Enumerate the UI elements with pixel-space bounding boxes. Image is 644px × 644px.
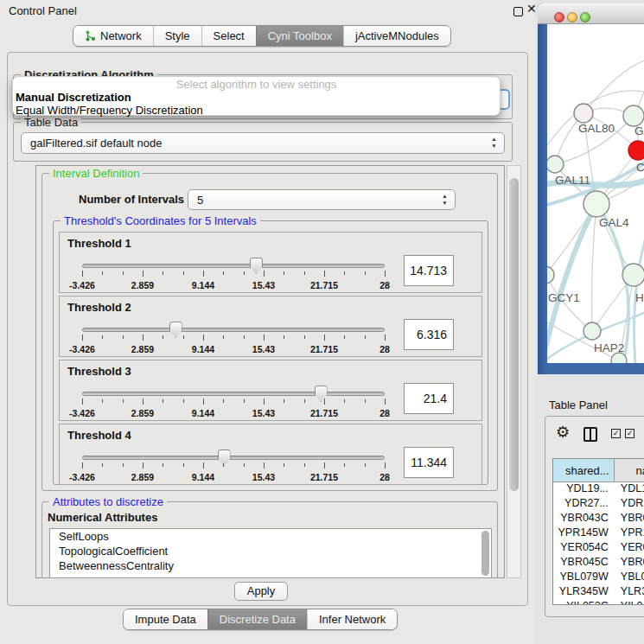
- zoom-traffic-light-icon[interactable]: [580, 12, 590, 22]
- settings-scrollbar[interactable]: [507, 165, 521, 578]
- tab-discretize-data[interactable]: Discretize Data: [207, 609, 307, 629]
- table-row[interactable]: YBR045CYBR0: [553, 556, 644, 571]
- cell-name[interactable]: YDR2: [615, 497, 644, 512]
- tab-select[interactable]: Select: [201, 26, 256, 46]
- cell-shared-name[interactable]: YBR045C: [553, 556, 615, 571]
- node-label: GAL11: [555, 174, 590, 187]
- tab-infer-network[interactable]: Infer Network: [307, 609, 397, 629]
- table-row[interactable]: YER054CYER0: [553, 541, 644, 556]
- network-canvas[interactable]: GAL80GACGAL11GAL4GCY1HHAP2: [547, 24, 644, 363]
- node-label: GA: [634, 124, 644, 137]
- cell-shared-name[interactable]: YLR345W: [553, 585, 615, 600]
- bottom-tab-bar: Impute Data Discretize Data Infer Networ…: [123, 609, 398, 630]
- cell-name[interactable]: YBL0: [615, 571, 644, 585]
- apply-button[interactable]: Apply: [234, 582, 288, 601]
- cell-shared-name[interactable]: YDL19...: [553, 482, 615, 497]
- cell-name[interactable]: YDL1: [615, 482, 644, 497]
- float-window-icon[interactable]: [513, 7, 523, 16]
- close-icon[interactable]: ✕: [526, 2, 537, 16]
- network-node[interactable]: [623, 105, 644, 126]
- tab-style[interactable]: Style: [153, 26, 201, 46]
- threshold-1-slider[interactable]: -3.4262.8599.14415.4321.71528: [82, 257, 385, 291]
- slider-thumb[interactable]: [169, 322, 182, 338]
- tab-label: jActiveMNodules: [355, 26, 439, 46]
- tab-jactivemnodules[interactable]: jActiveMNodules: [343, 26, 450, 46]
- network-node[interactable]: [583, 191, 609, 217]
- tick-mark: [203, 399, 204, 405]
- cell-shared-name[interactable]: YDR27...: [553, 497, 615, 512]
- tick-label: -3.426: [69, 472, 95, 482]
- tab-network[interactable]: Network: [73, 26, 153, 46]
- threshold-value-field[interactable]: 14.713: [404, 255, 454, 286]
- network-node[interactable]: [574, 104, 593, 123]
- cell-name[interactable]: YBR0: [615, 512, 644, 526]
- cell-shared-name[interactable]: YER054C: [553, 541, 615, 556]
- cell-name[interactable]: YBR0: [615, 556, 644, 571]
- network-node[interactable]: [611, 353, 627, 363]
- network-node[interactable]: [628, 141, 644, 160]
- attribute-list-item[interactable]: TopologicalCoefficient: [50, 544, 491, 558]
- tab-label: Network: [100, 26, 142, 46]
- tick-mark: [284, 271, 284, 275]
- threshold-3-slider[interactable]: -3.4262.8599.14415.4321.71528: [82, 385, 385, 419]
- table-row[interactable]: YDL19...YDL1: [553, 482, 644, 497]
- cell-shared-name[interactable]: YBR043C: [553, 512, 615, 526]
- threshold-2-slider[interactable]: -3.4262.8599.14415.4321.71528: [82, 321, 385, 355]
- cell-shared-name[interactable]: YIL052C: [553, 600, 615, 604]
- table-row[interactable]: YBL079WYBL0: [553, 571, 644, 585]
- stepper-arrows-icon[interactable]: ▲▼: [490, 136, 498, 150]
- cell-shared-name[interactable]: YPR145W: [553, 526, 615, 541]
- network-graph: GAL80GACGAL11GAL4GCY1HHAP2: [547, 24, 644, 363]
- cell-name[interactable]: YLR3: [615, 585, 644, 600]
- attribute-list-item[interactable]: SelfLoops: [50, 529, 491, 544]
- table-row[interactable]: YBR043CYBR0: [553, 512, 644, 526]
- minimize-traffic-light-icon[interactable]: [567, 12, 577, 22]
- node-label: GCY1: [548, 291, 580, 304]
- scrollbar-thumb[interactable]: [509, 178, 519, 491]
- network-window-titlebar[interactable]: [538, 3, 644, 24]
- network-node[interactable]: [583, 322, 601, 340]
- tab-impute-data[interactable]: Impute Data: [124, 609, 207, 629]
- cyni-content-panel: Discretization Algorithm ▲▼ Select algor…: [7, 52, 528, 606]
- dropdown-option-manual[interactable]: Manual Discretization: [13, 91, 500, 104]
- checkbox-icon[interactable]: ✓: [611, 429, 621, 438]
- slider-track[interactable]: [82, 392, 385, 396]
- threshold-4-slider[interactable]: -3.4262.8599.14415.4321.71528: [82, 449, 385, 483]
- table-row[interactable]: YPR145WYPR1: [553, 526, 644, 541]
- split-columns-icon[interactable]: [583, 427, 597, 442]
- network-node[interactable]: [547, 156, 564, 173]
- table-row[interactable]: YLR345WYLR3: [553, 585, 644, 600]
- slider-track[interactable]: [82, 264, 385, 268]
- cell-name[interactable]: YPR1: [615, 526, 644, 541]
- stepper-arrows-icon[interactable]: ▲▼: [441, 193, 449, 207]
- node-attribute-table: shared... na YDL19...YDL1YDR27...YDR2YBR…: [552, 458, 644, 605]
- tick-mark: [223, 335, 224, 339]
- number-of-intervals-combobox[interactable]: 5 ▲▼: [188, 189, 456, 210]
- tick-mark: [102, 335, 103, 339]
- checkbox-icon[interactable]: ✓: [625, 429, 634, 438]
- table-row[interactable]: YDR27...YDR2: [553, 497, 644, 512]
- cell-name[interactable]: YER0: [615, 541, 644, 556]
- table-data-combobox[interactable]: galFiltered.sif default node ▲▼: [21, 132, 505, 154]
- slider-thumb[interactable]: [250, 258, 263, 274]
- numerical-attributes-list[interactable]: SelfLoopsTopologicalCoefficientBetweenne…: [49, 528, 492, 578]
- attribute-list-item[interactable]: BetweennessCentrality: [50, 558, 491, 573]
- gear-icon[interactable]: ⚙: [556, 424, 570, 441]
- cell-name[interactable]: YIL0: [615, 600, 644, 604]
- dropdown-option-equal-width[interactable]: Equal Width/Frequency Discretization: [13, 104, 500, 117]
- table-row[interactable]: YIL052CYIL0: [553, 600, 644, 604]
- close-traffic-light-icon[interactable]: [554, 12, 564, 22]
- network-node[interactable]: [622, 264, 644, 286]
- column-header-name[interactable]: na: [615, 459, 644, 481]
- threshold-value-field[interactable]: 6.316: [404, 319, 454, 350]
- cell-shared-name[interactable]: YBL079W: [553, 571, 615, 585]
- slider-thumb[interactable]: [315, 386, 328, 402]
- tab-cyni-toolbox[interactable]: Cyni Toolbox: [256, 26, 343, 46]
- list-scrollbar[interactable]: [481, 531, 489, 576]
- slider-track[interactable]: [82, 456, 385, 460]
- threshold-value-field[interactable]: 21.4: [404, 383, 454, 414]
- threshold-value-field[interactable]: 11.344: [404, 447, 454, 478]
- network-node[interactable]: [547, 266, 554, 284]
- column-header-shared-name[interactable]: shared...: [553, 459, 615, 481]
- slider-track[interactable]: [82, 328, 385, 332]
